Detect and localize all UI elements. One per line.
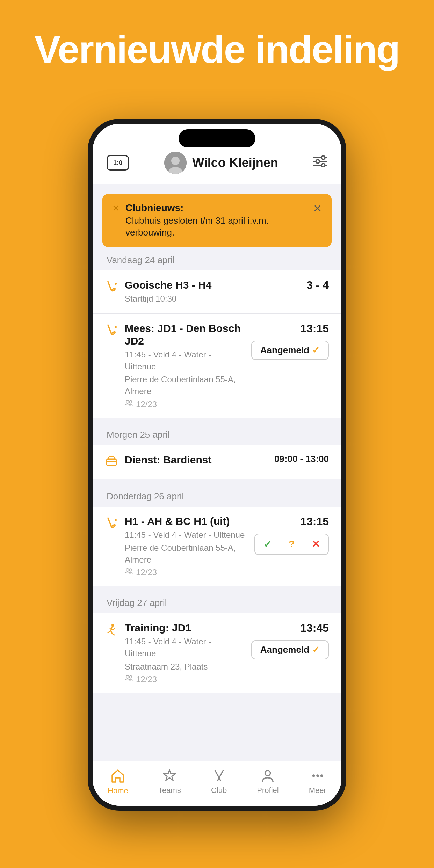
svg-line-25 [218,771,223,781]
svg-line-11 [108,325,111,334]
profiel-icon [260,768,275,783]
participants-icon-5 [125,675,133,684]
content-area: Vandaag 24 april Gooische H3 - H4 Startt [93,247,341,806]
nav-label-teams: Teams [158,786,181,795]
match-icon-4 [105,516,118,532]
event-time-3: 09:00 - 13:00 [274,454,329,464]
user-name: Wilco Kleijnen [192,155,278,170]
nav-item-profiel[interactable]: Profiel [257,768,279,795]
response-no-button[interactable]: ✕ [303,534,328,554]
avatar-img [164,152,187,174]
meer-icon [310,768,325,783]
svg-point-28 [316,774,319,777]
bottom-nav: Home Teams Club [93,761,341,806]
page-background: Vernieuwde indeling 1:0 [0,0,434,868]
svg-point-8 [321,164,325,167]
notification-body: Clubhuis gesloten t/m 31 april i.v.m. ve… [125,215,308,239]
nav-label-meer: Meer [309,786,326,795]
section-gap-2 [93,480,341,483]
event-title-2: Mees: JD1 - Den Bosch JD2 [125,322,244,347]
section-gap-3 [93,586,341,590]
event-detail-5a: 11:45 - Veld 4 - Water - Uittenue [125,636,244,659]
svg-point-18 [115,519,117,521]
event-title-3: Dienst: Bardienst [125,454,267,466]
nav-item-teams[interactable]: Teams [158,768,181,795]
date-header-vrijdag: Vrijdag 27 april [93,590,341,613]
notification-close-button[interactable]: ✕ [313,202,322,215]
event-title-1: Gooische H3 - H4 [125,279,299,291]
participants-count-4: 12/23 [136,567,157,577]
phone-camera [179,129,255,147]
svg-rect-15 [107,459,116,465]
notification-x-icon: ✕ [112,203,120,214]
svg-line-17 [108,518,111,527]
event-detail-4a: 11:45 - Veld 4 - Water - Uittenue [125,529,247,541]
nav-item-club[interactable]: Club [211,768,227,795]
svg-point-7 [316,160,319,163]
svg-line-24 [215,771,220,781]
training-icon [105,623,118,639]
svg-point-23 [130,676,132,678]
nav-label-home: Home [108,786,128,795]
aangemeld-button-5[interactable]: Aangemeld ✓ [251,640,329,659]
event-time-4: 13:15 [300,515,329,528]
page-headline: Vernieuwde indeling [0,28,434,71]
participants-count-5: 12/23 [136,674,157,684]
club-icon [212,768,226,783]
date-header-morgen: Morgen 25 april [93,422,341,445]
svg-point-10 [115,283,117,285]
event-detail-2a: 11:45 - Veld 4 - Water - Uittenue [125,349,244,372]
nav-label-club: Club [211,786,227,795]
settings-icon[interactable] [313,155,327,170]
nav-item-home[interactable]: Home [108,768,128,795]
response-maybe-button[interactable]: ? [280,534,303,554]
match-icon-1 [105,280,118,296]
score-icon[interactable]: 1:0 [107,155,129,171]
event-detail-4b: Pierre de Coubertinlaan 55-A, Almere [125,542,247,565]
nav-item-meer[interactable]: Meer [309,768,326,795]
match-icon-2 [105,324,118,339]
svg-point-19 [126,569,129,571]
phone-screen: 1:0 Wilco Kleijnen [93,124,341,806]
response-buttons-4: ✓ ? ✕ [254,534,329,555]
svg-point-6 [321,156,325,159]
bottom-spacer [93,693,341,700]
svg-point-26 [265,771,270,776]
event-card-1: Gooische H3 - H4 Starttijd 10:30 3 - 4 [93,270,341,313]
participants-count-2: 12/23 [136,399,157,409]
home-icon [110,768,125,783]
teams-icon [162,768,177,783]
event-time-5: 13:45 [300,622,329,635]
svg-point-12 [115,326,117,328]
notification-title: Clubnieuws: [125,202,308,214]
notification-banner: ✕ Clubnieuws: Clubhuis gesloten t/m 31 a… [102,194,332,247]
avatar [164,152,187,174]
event-card-3: Dienst: Bardienst 09:00 - 13:00 [93,445,341,479]
event-title-5: Training: JD1 [125,622,244,634]
event-detail-2b: Pierre de Coubertinlaan 55-A, Almere [125,374,244,397]
event-card-5: Training: JD1 11:45 - Veld 4 - Water - U… [93,613,341,693]
check-icon-5: ✓ [312,644,320,655]
date-header-today: Vandaag 24 april [93,247,341,270]
svg-point-1 [171,157,180,165]
participants-icon [125,400,133,409]
event-detail-5b: Straatnaam 23, Plaats [125,661,244,673]
date-header-donderdag: Donderdag 26 april [93,483,341,507]
event-time-1: 3 - 4 [306,279,329,292]
event-title-4: H1 - AH & BC H1 (uit) [125,515,247,528]
svg-point-13 [126,400,129,403]
header-user: Wilco Kleijnen [164,152,278,174]
event-detail-1: Starttijd 10:30 [125,293,299,305]
response-yes-button[interactable]: ✓ [255,534,280,554]
check-icon: ✓ [312,345,320,356]
event-time-2: 13:15 [300,322,329,335]
section-gap [93,418,341,422]
aangemeld-button-2[interactable]: Aangemeld ✓ [251,341,329,360]
svg-point-27 [312,774,315,777]
event-card-4: H1 - AH & BC H1 (uit) 11:45 - Veld 4 - W… [93,507,341,586]
svg-point-29 [320,774,323,777]
svg-point-14 [130,400,132,403]
svg-point-20 [130,569,132,571]
nav-label-profiel: Profiel [257,786,279,795]
service-icon [105,455,118,471]
